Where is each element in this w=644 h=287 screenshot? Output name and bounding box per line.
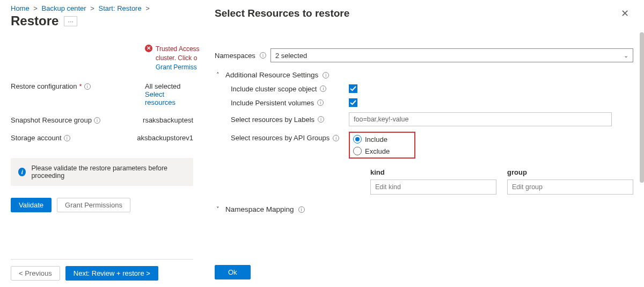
labels-input[interactable] (349, 112, 612, 126)
chevron-right-icon: > (145, 4, 150, 12)
kind-input[interactable] (370, 180, 496, 195)
snapshot-rg-value: rsaksbackuptest (143, 116, 193, 124)
radio-icon (353, 147, 362, 155)
info-banner: i Please validate the restore parameters… (11, 158, 193, 186)
radio-icon (353, 135, 362, 144)
grant-permissions-link[interactable]: Grant Permiss (156, 63, 200, 72)
include-cluster-label: Include cluster scope object (231, 85, 317, 93)
info-icon[interactable]: i (323, 72, 329, 78)
error-text-2: cluster. Click o (156, 54, 197, 62)
info-icon[interactable]: i (333, 135, 339, 141)
section-title: Additional Resource Settings (225, 71, 318, 79)
select-resources-panel: Select Resources to restore ✕ Namespaces… (204, 0, 644, 287)
info-icon[interactable]: i (84, 83, 91, 90)
chevron-down-icon: ˅ (215, 206, 221, 213)
api-groups-radio-group: Include Exclude (349, 132, 415, 159)
info-icon[interactable]: i (94, 117, 100, 124)
crumb-start-restore[interactable]: Start: Restore (98, 4, 141, 12)
page-title: Restore (11, 13, 58, 28)
panel-title: Select Resources to restore (215, 8, 349, 19)
info-icon[interactable]: i (320, 85, 326, 92)
select-resources-link[interactable]: Select resources (145, 90, 175, 106)
namespaces-value: 2 selected (275, 52, 307, 60)
group-input[interactable] (507, 180, 633, 195)
info-icon[interactable]: i (260, 52, 266, 59)
include-cluster-checkbox[interactable] (349, 84, 357, 93)
section-title: Namespace Mapping (225, 205, 294, 213)
section-namespace-mapping[interactable]: ˅ Namespace Mapping i (215, 205, 633, 213)
snapshot-rg-label: Snapshot Resource group (11, 116, 92, 124)
close-icon[interactable]: ✕ (619, 5, 631, 21)
ok-button[interactable]: Ok (215, 265, 251, 279)
check-icon (350, 85, 356, 92)
crumb-home[interactable]: Home (11, 4, 30, 12)
info-icon[interactable]: i (64, 135, 70, 141)
api-groups-label: Select resources by API Groups (231, 134, 330, 142)
info-icon[interactable]: i (317, 99, 324, 106)
breadcrumb: Home > Backup center > Start: Restore > (0, 0, 204, 13)
radio-include-label: Include (365, 135, 387, 144)
info-banner-text: Please validate the restore parameters b… (31, 164, 186, 180)
more-button[interactable]: ··· (64, 16, 77, 26)
chevron-up-icon: ˄ (215, 71, 221, 78)
radio-exclude[interactable]: Exclude (353, 147, 390, 155)
restore-config-label: Restore configuration (11, 82, 77, 90)
labels-label: Select resources by Labels (231, 116, 314, 124)
storage-account-value: aksbackupstorev1 (137, 134, 193, 142)
error-icon: ✕ (145, 45, 152, 52)
restore-config-value: All selected (145, 82, 193, 90)
next-button[interactable]: Next: Review + restore > (65, 266, 158, 281)
namespaces-select[interactable]: 2 selected ⌄ (270, 48, 633, 62)
chevron-right-icon: > (90, 4, 94, 12)
namespaces-label: Namespaces (215, 52, 255, 60)
info-icon[interactable]: i (318, 116, 324, 123)
include-pv-label: Include Persistent volumes (231, 99, 314, 107)
info-icon: i (18, 168, 26, 176)
error-text-1: Trusted Access (156, 45, 200, 53)
radio-exclude-label: Exclude (365, 147, 390, 155)
crumb-backup-center[interactable]: Backup center (42, 4, 86, 12)
section-additional-settings[interactable]: ˄ Additional Resource Settings i (215, 71, 633, 79)
error-banner: ✕ Trusted Access cluster. Click o Grant … (145, 45, 204, 71)
grant-permissions-button[interactable]: Grant Permissions (57, 198, 130, 212)
previous-button[interactable]: < Previous (11, 266, 60, 281)
include-pv-checkbox[interactable] (349, 98, 357, 107)
radio-include[interactable]: Include (353, 135, 390, 144)
required-icon: * (79, 82, 82, 90)
column-kind-header: kind (370, 168, 496, 176)
scrollbar-thumb[interactable] (640, 32, 644, 183)
info-icon[interactable]: i (298, 206, 305, 213)
chevron-down-icon: ⌄ (624, 52, 628, 59)
storage-account-label: Storage account (11, 134, 62, 142)
column-group-header: group (507, 168, 633, 176)
check-icon (350, 99, 356, 106)
chevron-right-icon: > (33, 4, 38, 12)
validate-button[interactable]: Validate (11, 198, 52, 212)
